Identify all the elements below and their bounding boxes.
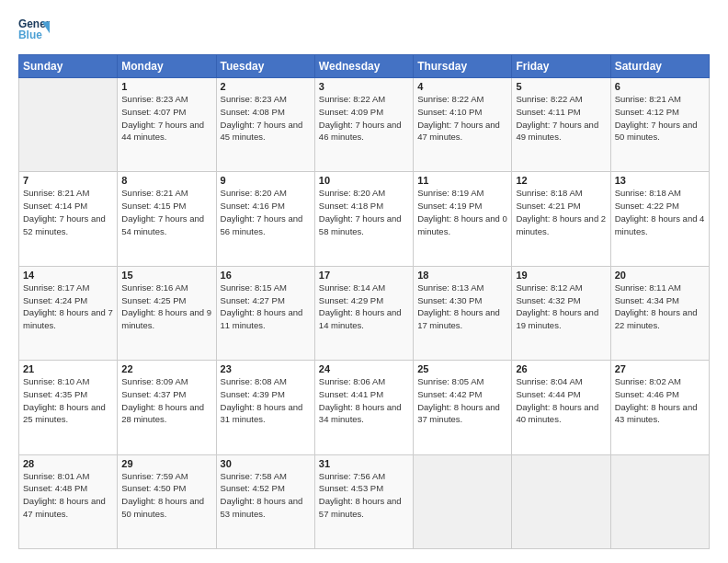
day-info: Sunrise: 8:16 AMSunset: 4:25 PMDaylight:… [121,282,211,332]
day-cell: 13 Sunrise: 8:18 AMSunset: 4:22 PMDaylig… [610,172,709,266]
week-row-2: 7 Sunrise: 8:21 AMSunset: 4:14 PMDayligh… [19,172,710,266]
day-number: 3 [319,81,409,92]
day-number: 19 [516,270,606,281]
day-cell: 20 Sunrise: 8:11 AMSunset: 4:34 PMDaylig… [610,266,709,360]
day-cell: 2 Sunrise: 8:23 AMSunset: 4:08 PMDayligh… [216,78,314,172]
col-friday: Friday [512,55,610,78]
day-number: 21 [23,363,113,374]
day-cell [414,454,512,548]
day-info: Sunrise: 8:21 AMSunset: 4:15 PMDaylight:… [121,187,211,237]
day-info: Sunrise: 8:04 AMSunset: 4:44 PMDaylight:… [516,375,606,426]
day-cell: 25 Sunrise: 8:05 AMSunset: 4:42 PMDaylig… [414,361,512,454]
day-cell: 9 Sunrise: 8:20 AMSunset: 4:16 PMDayligh… [216,172,314,266]
day-info: Sunrise: 8:06 AMSunset: 4:41 PMDaylight:… [319,375,409,426]
day-info: Sunrise: 8:15 AMSunset: 4:27 PMDaylight:… [221,282,311,332]
day-number: 11 [417,175,507,186]
day-number: 17 [319,270,409,281]
header-row: Sunday Monday Tuesday Wednesday Thursday… [19,55,710,78]
day-number: 4 [417,81,507,92]
day-number: 2 [221,81,311,92]
day-info: Sunrise: 7:58 AMSunset: 4:52 PMDaylight:… [221,470,311,521]
day-info: Sunrise: 8:21 AMSunset: 4:14 PMDaylight:… [23,187,113,237]
day-info: Sunrise: 7:56 AMSunset: 4:53 PMDaylight:… [319,470,409,521]
day-info: Sunrise: 8:22 AMSunset: 4:09 PMDaylight:… [319,93,409,144]
day-cell: 1 Sunrise: 8:23 AMSunset: 4:07 PMDayligh… [118,78,216,172]
day-number: 5 [516,81,606,92]
day-cell: 24 Sunrise: 8:06 AMSunset: 4:41 PMDaylig… [314,361,413,454]
day-info: Sunrise: 8:22 AMSunset: 4:10 PMDaylight:… [417,93,507,144]
day-number: 29 [121,458,211,469]
day-number: 30 [221,458,311,469]
col-wednesday: Wednesday [314,55,413,78]
day-info: Sunrise: 8:13 AMSunset: 4:30 PMDaylight:… [417,282,507,332]
day-cell: 11 Sunrise: 8:19 AMSunset: 4:19 PMDaylig… [414,172,512,266]
day-number: 9 [221,175,311,186]
calendar: Sunday Monday Tuesday Wednesday Thursday… [18,54,710,549]
day-cell: 3 Sunrise: 8:22 AMSunset: 4:09 PMDayligh… [314,78,413,172]
day-info: Sunrise: 8:23 AMSunset: 4:08 PMDaylight:… [221,93,311,144]
day-number: 16 [221,270,311,281]
day-info: Sunrise: 8:08 AMSunset: 4:39 PMDaylight:… [221,375,311,426]
week-row-5: 28 Sunrise: 8:01 AMSunset: 4:48 PMDaylig… [19,454,710,548]
day-cell: 16 Sunrise: 8:15 AMSunset: 4:27 PMDaylig… [216,266,314,360]
day-info: Sunrise: 8:18 AMSunset: 4:22 PMDaylight:… [615,187,705,237]
header: General Blue [18,14,710,45]
day-cell [512,454,610,548]
day-cell: 30 Sunrise: 7:58 AMSunset: 4:52 PMDaylig… [216,454,314,548]
day-info: Sunrise: 7:59 AMSunset: 4:50 PMDaylight:… [121,470,211,521]
day-info: Sunrise: 8:14 AMSunset: 4:29 PMDaylight:… [319,282,409,332]
day-number: 27 [615,363,705,374]
svg-text:Blue: Blue [18,29,42,41]
day-info: Sunrise: 8:20 AMSunset: 4:16 PMDaylight:… [221,187,311,237]
day-cell: 28 Sunrise: 8:01 AMSunset: 4:48 PMDaylig… [19,454,118,548]
col-tuesday: Tuesday [216,55,314,78]
day-number: 6 [615,81,705,92]
day-info: Sunrise: 8:09 AMSunset: 4:37 PMDaylight:… [121,375,211,426]
day-cell: 27 Sunrise: 8:02 AMSunset: 4:46 PMDaylig… [610,361,709,454]
day-cell: 19 Sunrise: 8:12 AMSunset: 4:32 PMDaylig… [512,266,610,360]
day-cell: 14 Sunrise: 8:17 AMSunset: 4:24 PMDaylig… [19,266,118,360]
day-cell: 23 Sunrise: 8:08 AMSunset: 4:39 PMDaylig… [216,361,314,454]
day-cell: 7 Sunrise: 8:21 AMSunset: 4:14 PMDayligh… [19,172,118,266]
day-info: Sunrise: 8:22 AMSunset: 4:11 PMDaylight:… [516,93,606,144]
day-info: Sunrise: 8:01 AMSunset: 4:48 PMDaylight:… [23,470,113,521]
day-info: Sunrise: 8:18 AMSunset: 4:21 PMDaylight:… [516,187,606,237]
day-info: Sunrise: 8:23 AMSunset: 4:07 PMDaylight:… [121,93,211,144]
day-cell: 6 Sunrise: 8:21 AMSunset: 4:12 PMDayligh… [610,78,709,172]
calendar-table: Sunday Monday Tuesday Wednesday Thursday… [18,54,710,549]
day-info: Sunrise: 8:21 AMSunset: 4:12 PMDaylight:… [615,93,705,144]
day-number: 20 [615,270,705,281]
day-number: 28 [23,458,113,469]
week-row-1: 1 Sunrise: 8:23 AMSunset: 4:07 PMDayligh… [19,78,710,172]
day-info: Sunrise: 8:10 AMSunset: 4:35 PMDaylight:… [23,375,113,426]
day-number: 24 [319,363,409,374]
day-cell: 5 Sunrise: 8:22 AMSunset: 4:11 PMDayligh… [512,78,610,172]
day-cell: 4 Sunrise: 8:22 AMSunset: 4:10 PMDayligh… [414,78,512,172]
day-number: 10 [319,175,409,186]
day-info: Sunrise: 8:20 AMSunset: 4:18 PMDaylight:… [319,187,409,237]
day-number: 13 [615,175,705,186]
day-number: 1 [121,81,211,92]
day-cell: 21 Sunrise: 8:10 AMSunset: 4:35 PMDaylig… [19,361,118,454]
day-cell: 26 Sunrise: 8:04 AMSunset: 4:44 PMDaylig… [512,361,610,454]
week-row-3: 14 Sunrise: 8:17 AMSunset: 4:24 PMDaylig… [19,266,710,360]
day-number: 22 [121,363,211,374]
day-number: 8 [121,175,211,186]
day-cell [610,454,709,548]
day-number: 23 [221,363,311,374]
day-cell: 12 Sunrise: 8:18 AMSunset: 4:21 PMDaylig… [512,172,610,266]
day-cell: 31 Sunrise: 7:56 AMSunset: 4:53 PMDaylig… [314,454,413,548]
page: General Blue Sunday Monday Tuesday Wedne… [0,0,728,563]
day-number: 25 [417,363,507,374]
day-cell: 18 Sunrise: 8:13 AMSunset: 4:30 PMDaylig… [414,266,512,360]
day-cell [19,78,118,172]
day-info: Sunrise: 8:11 AMSunset: 4:34 PMDaylight:… [615,282,705,332]
day-info: Sunrise: 8:02 AMSunset: 4:46 PMDaylight:… [615,375,705,426]
col-monday: Monday [118,55,216,78]
day-number: 7 [23,175,113,186]
day-cell: 8 Sunrise: 8:21 AMSunset: 4:15 PMDayligh… [118,172,216,266]
logo-icon: General Blue [18,14,50,45]
day-cell: 15 Sunrise: 8:16 AMSunset: 4:25 PMDaylig… [118,266,216,360]
day-number: 31 [319,458,409,469]
week-row-4: 21 Sunrise: 8:10 AMSunset: 4:35 PMDaylig… [19,361,710,454]
